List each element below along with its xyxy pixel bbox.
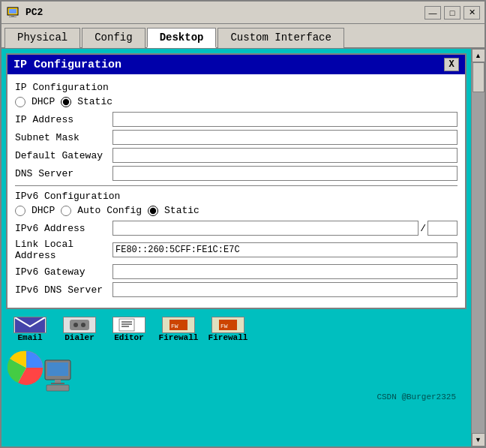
subnet-mask-row: Subnet Mask bbox=[15, 130, 458, 145]
editor-label: Editor bbox=[114, 333, 144, 342]
dialer-icon-wrapper[interactable]: Dialer bbox=[57, 317, 102, 342]
ipv6-auto-label[interactable]: Auto Config bbox=[77, 205, 142, 216]
ip-address-input[interactable] bbox=[112, 112, 458, 127]
ip-address-row: IP Address bbox=[15, 112, 458, 127]
svg-rect-21 bbox=[46, 385, 69, 391]
link-local-label: Link Local Address bbox=[15, 239, 112, 261]
content-area: IP Configuration X IP Configuration DHCP… bbox=[2, 49, 484, 446]
svg-rect-20 bbox=[51, 383, 64, 384]
default-gateway-row: Default Gateway bbox=[15, 148, 458, 163]
ipv6-dhcp-label[interactable]: DHCP bbox=[32, 205, 55, 216]
default-gateway-label: Default Gateway bbox=[15, 150, 112, 161]
svg-point-6 bbox=[74, 323, 78, 327]
tab-desktop[interactable]: Desktop bbox=[147, 28, 217, 48]
close-window-button[interactable]: ✕ bbox=[464, 6, 480, 20]
link-local-input[interactable] bbox=[112, 242, 458, 257]
watermark-text: CSDN @Burger2325 bbox=[376, 392, 456, 401]
minimize-button[interactable]: — bbox=[424, 6, 441, 20]
editor-icon-wrapper[interactable]: Editor bbox=[106, 317, 152, 342]
tab-custom-interface[interactable]: Custom Interface bbox=[218, 28, 344, 48]
ipv6-dhcp-radio[interactable] bbox=[15, 206, 26, 216]
email-label: Email bbox=[17, 333, 42, 342]
tab-physical[interactable]: Physical bbox=[4, 28, 80, 48]
svg-rect-2 bbox=[11, 15, 14, 17]
svg-text:FW: FW bbox=[171, 323, 178, 329]
ipv4-section-label: IP Configuration bbox=[15, 82, 458, 93]
firewall1-label: Firewall bbox=[159, 333, 199, 342]
firewall2-icon: FW bbox=[212, 317, 244, 333]
ipv6-dns-label: IPv6 DNS Server bbox=[15, 284, 112, 296]
ipv6-address-row: IPv6 Address / bbox=[15, 221, 458, 236]
firewall1-icon: FW bbox=[162, 317, 195, 333]
main-window: PC2 — □ ✕ Physical Config Desktop Custom… bbox=[0, 0, 486, 448]
title-bar-left: PC2 bbox=[6, 5, 43, 20]
tab-config[interactable]: Config bbox=[82, 28, 145, 48]
ipv6-dns-input[interactable] bbox=[112, 282, 458, 297]
pc-big-icon[interactable] bbox=[8, 345, 75, 401]
default-gateway-input[interactable] bbox=[112, 148, 458, 163]
ipv6-gateway-input[interactable] bbox=[112, 264, 458, 279]
title-bar: PC2 — □ ✕ bbox=[2, 2, 484, 24]
ipv4-static-label[interactable]: Static bbox=[77, 96, 112, 107]
svg-rect-1 bbox=[9, 9, 16, 14]
ipv6-static-radio[interactable] bbox=[148, 206, 158, 216]
ipv6-slash: / bbox=[420, 223, 426, 234]
main-panel: IP Configuration X IP Configuration DHCP… bbox=[2, 49, 484, 446]
ip-config-panel: IP Configuration X IP Configuration DHCP… bbox=[6, 53, 466, 309]
ipv6-gateway-row: IPv6 Gateway bbox=[15, 264, 458, 279]
firewall1-icon-wrapper[interactable]: FW Firewall bbox=[156, 317, 201, 342]
ip-address-label: IP Address bbox=[15, 114, 112, 125]
svg-point-7 bbox=[81, 323, 86, 327]
maximize-button[interactable]: □ bbox=[444, 6, 460, 20]
ipv4-static-radio[interactable] bbox=[61, 97, 71, 107]
email-icon-wrapper[interactable]: Email bbox=[8, 317, 52, 342]
watermark-area: CSDN @Burger2325 bbox=[2, 401, 471, 404]
svg-rect-3 bbox=[9, 17, 16, 17]
svg-rect-18 bbox=[47, 362, 68, 376]
ip-config-title-bar: IP Configuration X bbox=[8, 55, 465, 74]
dns-server-input[interactable] bbox=[112, 166, 458, 181]
link-local-row: Link Local Address bbox=[15, 239, 458, 261]
svg-rect-19 bbox=[55, 380, 61, 383]
subnet-mask-label: Subnet Mask bbox=[15, 132, 112, 143]
tab-bar: Physical Config Desktop Custom Interface bbox=[2, 24, 484, 49]
ip-config-close-button[interactable]: X bbox=[444, 58, 459, 71]
desktop-icons-area: Email Dialer bbox=[2, 314, 471, 342]
svg-rect-8 bbox=[119, 319, 134, 331]
ipv6-radio-row: DHCP Auto Config Static bbox=[15, 205, 458, 216]
subnet-mask-input[interactable] bbox=[112, 130, 458, 145]
scrollbar-track bbox=[472, 62, 484, 433]
app-icon bbox=[6, 5, 21, 20]
firewall2-label: Firewall bbox=[208, 333, 248, 342]
ipv4-radio-row: DHCP Static bbox=[15, 96, 458, 107]
ipv6-auto-radio[interactable] bbox=[61, 206, 71, 216]
svg-text:FW: FW bbox=[220, 323, 228, 329]
dns-server-row: DNS Server bbox=[15, 166, 458, 181]
dialer-icon bbox=[63, 317, 96, 333]
ipv6-address-label: IPv6 Address bbox=[15, 223, 112, 234]
ipv6-dns-row: IPv6 DNS Server bbox=[15, 282, 458, 297]
ipv4-dhcp-radio[interactable] bbox=[15, 97, 26, 107]
scrollbar-thumb[interactable] bbox=[472, 62, 484, 92]
ip-config-body: IP Configuration DHCP Static IP Address bbox=[8, 74, 465, 308]
ipv6-static-label[interactable]: Static bbox=[164, 205, 200, 216]
left-panel: IP Configuration X IP Configuration DHCP… bbox=[2, 49, 471, 446]
ipv6-gateway-label: IPv6 Gateway bbox=[15, 266, 112, 278]
svg-rect-5 bbox=[70, 320, 89, 330]
divider bbox=[15, 185, 458, 186]
dialer-label: Dialer bbox=[64, 333, 94, 342]
firewall2-icon-wrapper[interactable]: FW Firewall bbox=[206, 317, 250, 342]
dns-server-label: DNS Server bbox=[15, 168, 112, 179]
title-controls: — □ ✕ bbox=[424, 6, 480, 20]
ipv6-section-label: IPv6 Configuration bbox=[15, 191, 458, 202]
scroll-down-button[interactable]: ▼ bbox=[472, 433, 485, 446]
editor-icon bbox=[112, 317, 146, 333]
email-icon bbox=[14, 317, 46, 333]
ip-config-title: IP Configuration bbox=[14, 59, 122, 71]
scroll-up-button[interactable]: ▲ bbox=[472, 49, 485, 62]
ipv6-prefix-input[interactable] bbox=[428, 221, 458, 236]
scrollbar: ▲ ▼ bbox=[471, 49, 484, 446]
ipv4-dhcp-label[interactable]: DHCP bbox=[32, 96, 55, 107]
window-title: PC2 bbox=[26, 7, 43, 18]
ipv6-address-input[interactable] bbox=[112, 221, 418, 236]
